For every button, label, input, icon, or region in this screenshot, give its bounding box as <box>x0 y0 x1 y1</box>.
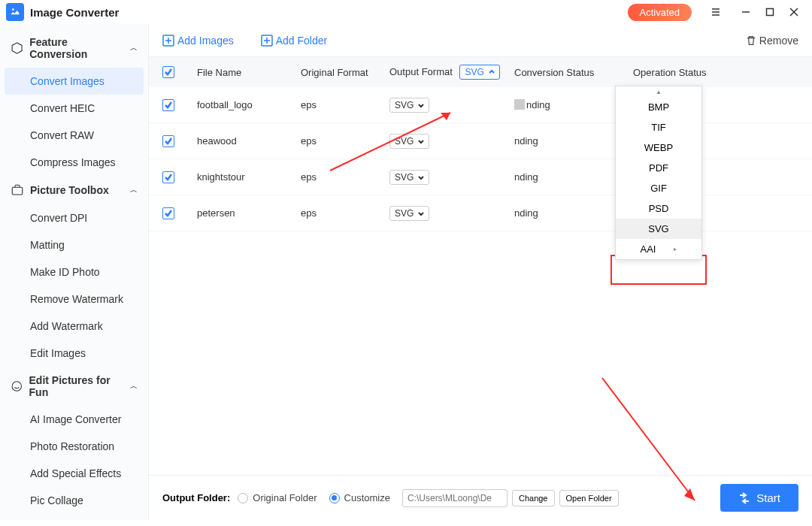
remove-label: Remove <box>759 35 798 47</box>
row-format-select[interactable]: SVG <box>389 206 429 221</box>
titlebar: Image Converter Activated <box>0 0 812 24</box>
col-conversion: Conversion Status <box>514 67 633 78</box>
sidebar-item-add-watermark[interactable]: Add Watermark <box>0 313 148 340</box>
row-format-select[interactable]: SVG <box>389 170 429 185</box>
activated-badge: Activated <box>628 4 692 21</box>
row-checkbox[interactable] <box>162 207 174 219</box>
dropdown-item[interactable]: AAI▸ <box>616 239 701 259</box>
content: Add Images Add Folder Remove File Name O… <box>149 24 812 520</box>
add-images-label: Add Images <box>177 35 234 47</box>
col-original: Original Format <box>301 67 389 78</box>
sidebar-item-id-photo[interactable]: Make ID Photo <box>0 258 148 286</box>
row-checkbox[interactable] <box>162 171 174 183</box>
sidebar-section-feature[interactable]: Feature Conversion ︿ <box>0 29 148 68</box>
sidebar-item-pic-collage[interactable]: Pic Collage <box>0 487 148 514</box>
row-checkbox[interactable] <box>162 135 174 147</box>
dropdown-item[interactable]: BMP <box>616 97 701 117</box>
col-output: Output Format SVG <box>389 65 514 80</box>
original-folder-label: Original Folder <box>253 492 317 503</box>
svg-rect-2 <box>12 187 23 195</box>
sidebar-section-label: Edit Pictures for Fun <box>29 374 124 398</box>
close-button[interactable] <box>782 2 806 23</box>
sidebar-item-compress-images[interactable]: Compress Images <box>0 149 148 176</box>
dropdown-item[interactable]: PSD <box>616 198 701 219</box>
dropdown-item[interactable]: WEBP <box>616 138 701 158</box>
customize-radio[interactable] <box>329 493 340 503</box>
row-checkbox[interactable] <box>162 99 174 111</box>
scroll-up-icon[interactable]: ▲ <box>616 86 701 97</box>
remove-button[interactable]: Remove <box>746 35 798 47</box>
add-folder-button[interactable]: Add Folder <box>261 35 327 47</box>
cell-original: eps <box>301 207 389 219</box>
start-label: Start <box>756 491 780 504</box>
sidebar-item-convert-images[interactable]: Convert Images <box>5 68 144 95</box>
sidebar-section-label: Picture Toolbox <box>30 184 109 196</box>
file-table: File Name Original Format Output Format … <box>149 57 812 475</box>
maximize-button[interactable] <box>758 2 782 23</box>
svg-point-0 <box>12 8 14 11</box>
dropdown-item[interactable]: SVG <box>616 219 701 239</box>
select-all-checkbox[interactable] <box>162 66 174 78</box>
table-header: File Name Original Format Output Format … <box>149 57 812 87</box>
cell-original: eps <box>301 99 389 110</box>
chevron-up-icon: ︿ <box>130 185 138 195</box>
add-images-button[interactable]: Add Images <box>162 35 234 47</box>
minimize-button[interactable] <box>734 2 758 23</box>
chevron-up-icon: ︿ <box>130 43 138 53</box>
output-path-input[interactable] <box>402 489 508 507</box>
table-row: knightstour eps SVG nding Start <box>149 159 812 195</box>
sidebar-item-convert-heic[interactable]: Convert HEIC <box>0 95 148 122</box>
sidebar-item-convert-dpi[interactable]: Convert DPI <box>0 204 148 231</box>
sidebar-section-fun[interactable]: Edit Pictures for Fun ︿ <box>0 367 148 406</box>
col-filename: File Name <box>197 67 301 78</box>
open-folder-button[interactable]: Open Folder <box>559 490 619 506</box>
sidebar-section-toolbox[interactable]: Picture Toolbox ︿ <box>0 176 148 204</box>
svg-point-3 <box>12 382 21 391</box>
footer: Output Folder: Original Folder Customize… <box>149 475 812 520</box>
hamburger-menu[interactable] <box>704 2 728 23</box>
cell-original: eps <box>301 135 389 147</box>
dropdown-item[interactable]: PDF <box>616 158 701 178</box>
sidebar-item-ai-converter[interactable]: AI Image Converter <box>0 406 148 433</box>
sidebar-section-label: Feature Conversion <box>29 36 124 60</box>
start-button[interactable]: Start <box>720 484 798 512</box>
cell-filename: knightstour <box>197 171 301 183</box>
col-operation: Operation Status <box>633 67 798 78</box>
svg-rect-1 <box>767 9 774 16</box>
table-row: heawood eps SVG nding Start <box>149 123 812 159</box>
cell-filename: football_logo <box>197 99 301 110</box>
table-row: petersen eps SVG nding Start <box>149 195 812 231</box>
output-format-select[interactable]: SVG <box>459 65 499 80</box>
add-folder-label: Add Folder <box>276 35 327 47</box>
sidebar: Feature Conversion ︿ Convert Images Conv… <box>0 24 149 520</box>
app-logo <box>6 3 24 21</box>
customize-label: Customize <box>344 492 390 503</box>
cell-filename: petersen <box>197 207 301 219</box>
sidebar-item-matting[interactable]: Matting <box>0 231 148 258</box>
change-button[interactable]: Change <box>512 490 555 506</box>
cell-original: eps <box>301 171 389 183</box>
cell-filename: heawood <box>197 135 301 147</box>
app-title: Image Converter <box>30 6 119 19</box>
output-folder-label: Output Folder: <box>162 492 230 503</box>
sidebar-item-special-effects[interactable]: Add Special Effects <box>0 460 148 487</box>
sidebar-item-convert-raw[interactable]: Convert RAW <box>0 122 148 149</box>
dropdown-item[interactable]: GIF <box>616 178 701 198</box>
table-row: football_logo eps SVG nding Start <box>149 87 812 123</box>
sidebar-item-photo-restoration[interactable]: Photo Restoration <box>0 433 148 460</box>
sidebar-item-edit-images[interactable]: Edit Images <box>0 340 148 367</box>
format-dropdown[interactable]: ▲ BMPTIFWEBPPDFGIFPSDSVGAAI▸ <box>615 86 702 260</box>
row-format-select[interactable]: SVG <box>389 98 429 113</box>
dropdown-item[interactable]: TIF <box>616 117 701 138</box>
toolbar: Add Images Add Folder Remove <box>149 24 812 57</box>
row-format-select[interactable]: SVG <box>389 134 429 149</box>
sidebar-item-remove-watermark[interactable]: Remove Watermark <box>0 286 148 313</box>
chevron-up-icon: ︿ <box>130 381 138 391</box>
original-folder-radio[interactable] <box>238 493 248 503</box>
